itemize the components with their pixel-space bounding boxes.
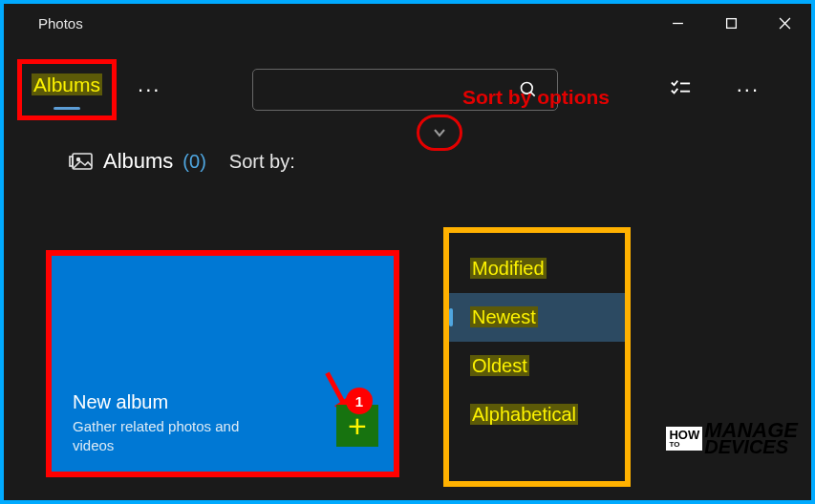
card-subtitle: Gather related photos and videos	[73, 417, 283, 454]
select-icon	[670, 77, 691, 98]
toolbar: Albums ··· ···	[4, 42, 811, 120]
card-title: New album	[73, 391, 376, 413]
add-album-button[interactable]: 1 +	[336, 405, 378, 447]
maximize-button[interactable]	[704, 4, 758, 42]
plus-icon: +	[348, 410, 367, 442]
annotation-sort-label: Sort by options	[462, 86, 610, 109]
more-tabs-button[interactable]: ···	[124, 74, 174, 106]
chevron-down-icon	[433, 126, 446, 139]
tab-albums[interactable]: Albums	[17, 59, 117, 120]
svg-point-10	[77, 158, 80, 161]
window-title: Photos	[38, 15, 83, 32]
maximize-icon	[725, 17, 738, 30]
minimize-icon	[672, 17, 684, 30]
sort-option-oldest[interactable]: Oldest	[449, 342, 625, 390]
tab-active-indicator	[54, 107, 80, 110]
sort-option-alphabetical[interactable]: Alphabetical	[449, 390, 625, 439]
titlebar: Photos	[4, 4, 811, 42]
sortby-dropdown-toggle[interactable]	[417, 115, 462, 151]
album-count: (0)	[182, 151, 205, 173]
sortby-dropdown: Modified Newest Oldest Alphabetical	[443, 227, 631, 487]
svg-rect-9	[70, 157, 73, 166]
select-button[interactable]	[670, 77, 691, 102]
sortby-label: Sort by:	[229, 151, 295, 173]
annotation-badge: 1	[346, 388, 373, 414]
sort-option-modified[interactable]: Modified	[449, 244, 625, 293]
more-actions-button[interactable]: ···	[723, 74, 773, 106]
new-album-card[interactable]: New album Gather related photos and vide…	[46, 250, 399, 477]
page-heading: Albums	[103, 149, 173, 174]
albums-icon	[69, 152, 94, 171]
sort-option-newest[interactable]: Newest	[449, 293, 625, 342]
svg-rect-1	[726, 18, 736, 28]
watermark-logo: HOWTO MANAGEDEVICES	[666, 422, 798, 454]
tab-albums-label: Albums	[32, 74, 102, 95]
close-button[interactable]	[758, 4, 811, 42]
close-icon	[779, 17, 791, 30]
minimize-button[interactable]	[651, 4, 704, 42]
